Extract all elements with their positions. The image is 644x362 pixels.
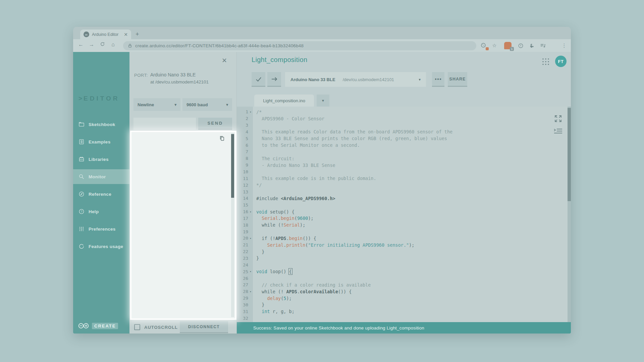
line-number: 30	[237, 302, 248, 307]
fold-arrow-icon[interactable]: ▾	[248, 290, 253, 293]
code-line[interactable]: 22 }	[237, 248, 571, 255]
code-line[interactable]: 19	[237, 228, 571, 235]
sidebar-item[interactable]: Preferences	[73, 222, 129, 236]
user-avatar[interactable]: FT	[555, 56, 567, 67]
console-panel-icon[interactable]	[553, 127, 563, 135]
code-line[interactable]: 24	[237, 261, 571, 268]
new-tab-button[interactable]: +	[136, 30, 139, 38]
code-line[interactable]: 21 Serial.println("Error initializing AP…	[237, 242, 571, 248]
cookie-blocked-icon[interactable]	[480, 42, 488, 50]
code-line[interactable]: 32	[237, 315, 571, 321]
code-line[interactable]: 13	[237, 188, 571, 195]
sidebar-item[interactable]: Libraries	[73, 152, 129, 167]
code-line[interactable]: 6 to the Serial Monitor once a second.	[237, 142, 571, 148]
baud-rate-select[interactable]: 9600 baud ▾	[182, 98, 232, 111]
close-icon[interactable]: ✕	[222, 57, 227, 64]
file-tab-menu-button[interactable]: ▾	[317, 95, 329, 107]
code-line[interactable]: 15	[237, 202, 571, 208]
forward-icon[interactable]: →	[88, 42, 95, 48]
code-line[interactable]: 25 ▾ void loop() {	[237, 268, 571, 275]
editor-scrollbar[interactable]	[568, 107, 571, 322]
serial-scrollbar[interactable]	[231, 133, 234, 317]
board-select[interactable]: Arduino Nano 33 BLE /dev/cu.usbmodem1421…	[285, 72, 426, 87]
home-icon[interactable]: ⌂	[109, 42, 117, 48]
share-button[interactable]: SHARE	[448, 72, 467, 87]
fold-arrow-icon[interactable]: ▾	[248, 210, 253, 214]
code-line[interactable]: 31 int r, g, b;	[237, 308, 571, 315]
code-line[interactable]: 28 ▾ while (! APDS.colorAvailable()) {	[237, 288, 571, 295]
reading-list-icon[interactable]	[539, 42, 547, 50]
address-bar[interactable]: create.arduino.cc/editor/FT-CONTENT/6b41…	[123, 41, 476, 50]
code-text: Serial.begin(9600);	[256, 216, 314, 221]
code-line[interactable]: 10	[237, 169, 571, 175]
fold-arrow-icon[interactable]: ▾	[248, 237, 253, 240]
line-ending-select[interactable]: Newline ▾	[133, 98, 180, 111]
code-text: while (! APDS.colorAvailable()) {	[256, 289, 352, 294]
sidebar-item[interactable]: Reference	[73, 187, 129, 201]
serial-output-line	[136, 219, 235, 224]
code-line[interactable]: 9 - Arduino Nano 33 BLE Sense	[237, 162, 571, 169]
code-line[interactable]: 29 delay(5);	[237, 295, 571, 302]
code-line[interactable]: 23 }	[237, 255, 571, 262]
apps-grid-icon[interactable]	[542, 58, 550, 66]
code-line[interactable]: 8 The circuit:	[237, 155, 571, 162]
arduino-create-logo[interactable]: CREATE	[78, 322, 118, 329]
copy-icon[interactable]	[219, 135, 225, 141]
bookmark-star-icon[interactable]: ☆	[490, 42, 498, 50]
line-number: 3	[237, 123, 248, 128]
code-line[interactable]: 18 while (!Serial);	[237, 222, 571, 228]
status-bar: Success: Saved on your online Sketchbook…	[237, 322, 571, 334]
code-line[interactable]: 27 // check if a color reading is availa…	[237, 282, 571, 288]
sidebar-item-label: Features usage	[89, 244, 123, 249]
tab-close-icon[interactable]: ✕	[123, 32, 128, 37]
send-button[interactable]: SEND	[198, 118, 232, 130]
sidebar-item[interactable]: ? Help	[73, 204, 129, 219]
autoscroll-checkbox[interactable]	[134, 324, 140, 330]
code-line[interactable]: 26	[237, 275, 571, 282]
code-line[interactable]: 17 Serial.begin(9600);	[237, 215, 571, 222]
code-line[interactable]: 2 APDS9960 - Color Sensor	[237, 115, 571, 122]
fullscreen-expand-icon[interactable]	[553, 114, 563, 123]
browser-tab[interactable]: ∞ Arduino Editor ✕	[80, 29, 131, 39]
more-options-button[interactable]: ●●●	[432, 72, 444, 87]
code-line[interactable]: 20 ▾ if (!APDS.begin()) {	[237, 235, 571, 242]
code-line[interactable]: 30 }	[237, 301, 571, 308]
serial-message-input[interactable]	[133, 118, 196, 130]
code-line[interactable]: 16 ▾ void setup() {	[237, 208, 571, 215]
tab-title: Arduino Editor	[92, 32, 123, 37]
fold-arrow-icon[interactable]: ▾	[248, 110, 253, 114]
code-text: void setup() {	[256, 209, 294, 215]
sidebar-item[interactable]: Sketchbook	[73, 117, 129, 132]
extensions-puzzle-icon[interactable]	[527, 42, 535, 50]
code-line[interactable]: 4 This example reads Color data from the…	[237, 129, 571, 135]
editor-main: Light_composition Arduino Nano 33 BLE /d…	[237, 52, 571, 334]
file-tab-label: Light_composition.ino	[263, 98, 305, 103]
code-line[interactable]: 11 This example code is in the public do…	[237, 175, 571, 182]
verify-button[interactable]	[252, 72, 265, 87]
alert-info-icon[interactable]	[517, 42, 525, 50]
line-number: 13	[237, 189, 248, 194]
serial-monitor-output[interactable]	[130, 131, 236, 319]
browser-menu-icon[interactable]: ⋮	[560, 42, 568, 50]
back-icon[interactable]: ←	[77, 42, 85, 48]
code-line[interactable]: 14 #include <Arduino_APDS9960.h>	[237, 195, 571, 202]
sidebar-item[interactable]: Examples	[73, 134, 129, 149]
sidebar-item-icon	[78, 156, 85, 162]
sidebar-item-icon	[78, 191, 85, 197]
serial-scrollbar-thumb[interactable]	[231, 134, 234, 198]
code-line[interactable]: 3	[237, 122, 571, 129]
reload-icon[interactable]	[99, 42, 106, 48]
disconnect-button[interactable]: DISCONNECT	[180, 321, 228, 333]
upload-button[interactable]	[267, 72, 281, 87]
file-tab[interactable]: Light_composition.ino	[254, 95, 314, 107]
code-line[interactable]: 7	[237, 148, 571, 155]
code-line[interactable]: 12 */	[237, 182, 571, 188]
code-line[interactable]: 5 Nano 33 BLE Sense and prints the color…	[237, 135, 571, 142]
fold-arrow-icon[interactable]: ▾	[248, 270, 253, 273]
code-line[interactable]: 1 ▾ /*	[237, 109, 571, 115]
profile-icon[interactable]: 1	[504, 42, 512, 50]
editor-scrollbar-thumb[interactable]	[568, 108, 571, 201]
code-editor[interactable]: 1 ▾ /* 2 APDS9960 - Color Sensor 3	[237, 107, 571, 322]
sidebar-item[interactable]: Monitor	[73, 169, 129, 184]
sidebar-item[interactable]: Features usage	[73, 239, 129, 254]
